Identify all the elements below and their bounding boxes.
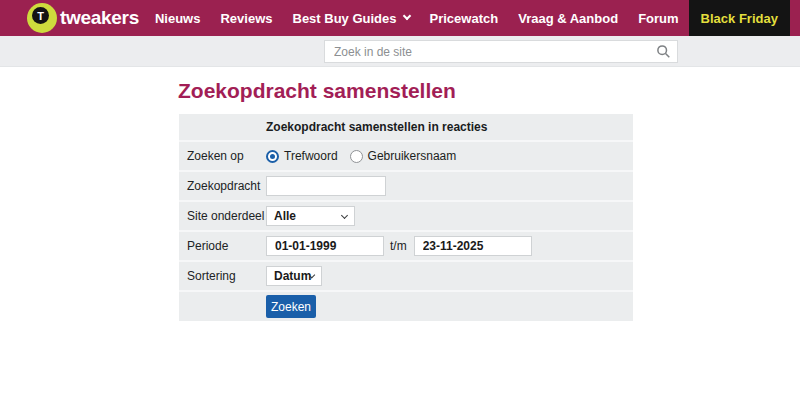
sortering-value: Datum [274, 269, 311, 283]
zoekopdracht-input[interactable] [266, 176, 386, 196]
top-navbar: T tweakers Nieuws Reviews Best Buy Guide… [0, 0, 800, 36]
radio-label-gebruikersnaam[interactable]: Gebruikersnaam [368, 149, 457, 163]
form-header-row: Zoekopdracht samenstellen in reacties [179, 114, 633, 140]
nav-item-forum[interactable]: Forum [628, 0, 688, 36]
sortering-select[interactable]: Datum [266, 266, 322, 286]
site-search [324, 40, 678, 63]
nav-item-reviews[interactable]: Reviews [210, 0, 282, 36]
periode-to-input[interactable] [414, 236, 532, 256]
radio-label-trefwoord[interactable]: Trefwoord [284, 149, 338, 163]
nav-item-black-friday[interactable]: Black Friday [689, 0, 790, 36]
nav-item-label: Best Buy Guides [293, 11, 397, 26]
brand-wordmark[interactable]: tweakers [60, 7, 139, 29]
chevron-down-icon [341, 211, 348, 218]
main-nav: Nieuws Reviews Best Buy Guides Pricewatc… [145, 0, 800, 36]
field-label-periode: Periode [187, 239, 266, 253]
tweakers-logo[interactable]: T [27, 3, 57, 33]
field-row-sortering: Sortering Datum [179, 260, 633, 290]
field-label-zoeken-op: Zoeken op [187, 149, 266, 163]
page-title: Zoekopdracht samenstellen [178, 79, 456, 103]
search-toolbar [0, 36, 800, 67]
nav-item-pricewatch[interactable]: Pricewatch [420, 0, 509, 36]
tweakers-logo-icon: T [27, 3, 57, 33]
zoeken-button[interactable]: Zoeken [266, 295, 316, 318]
site-onderdeel-value: Alle [274, 209, 296, 223]
field-label-sortering: Sortering [187, 269, 266, 283]
field-label-zoekopdracht: Zoekopdracht [187, 179, 266, 193]
search-icon[interactable] [656, 44, 671, 59]
radio-gebruikersnaam-icon[interactable] [350, 150, 363, 163]
field-row-zoekopdracht: Zoekopdracht [179, 170, 633, 200]
periode-separator: t/m [390, 239, 407, 253]
search-form-panel: Zoekopdracht samenstellen in reacties Zo… [179, 114, 633, 321]
nav-item-vraag-aanbod[interactable]: Vraag & Aanbod [508, 0, 628, 36]
field-row-zoeken-op: Zoeken op Trefwoord Gebruikersnaam [179, 140, 633, 170]
nav-item-nieuws[interactable]: Nieuws [145, 0, 211, 36]
nav-item-deals[interactable]: Deals [790, 0, 800, 36]
radio-trefwoord-icon[interactable] [266, 150, 279, 163]
nav-item-best-buy-guides[interactable]: Best Buy Guides [283, 0, 420, 36]
field-row-periode: Periode t/m [179, 230, 633, 260]
field-row-site-onderdeel: Site onderdeel Alle [179, 200, 633, 230]
field-label-site-onderdeel: Site onderdeel [187, 209, 266, 223]
page: T tweakers Nieuws Reviews Best Buy Guide… [0, 0, 800, 419]
logo-letter: T [32, 7, 49, 24]
chevron-down-icon [402, 12, 410, 20]
form-header: Zoekopdracht samenstellen in reacties [266, 120, 487, 134]
site-onderdeel-select[interactable]: Alle [266, 206, 355, 226]
periode-from-input[interactable] [266, 236, 384, 256]
submit-row: Zoeken [179, 290, 633, 321]
search-input[interactable] [324, 40, 678, 63]
